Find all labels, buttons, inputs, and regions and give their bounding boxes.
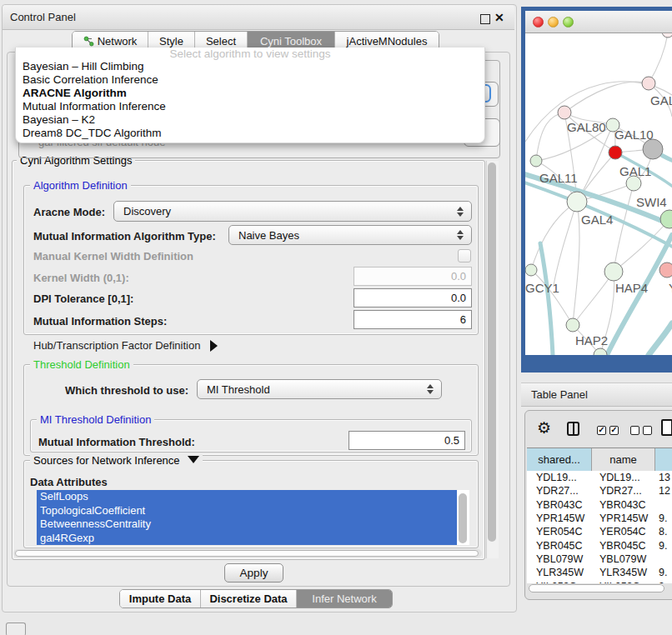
dropdown-item[interactable]: Dream8 DC_TDC Algorithm: [16, 127, 484, 140]
column-header-shared-name[interactable]: shared...: [527, 448, 592, 471]
aracne-mode-select[interactable]: Discovery: [113, 201, 472, 222]
dpi-tolerance-input[interactable]: 0.0: [354, 288, 472, 308]
tab-discretize-data[interactable]: Discretize Data: [201, 590, 297, 608]
close-traffic-light[interactable]: [533, 17, 544, 28]
column-header-name[interactable]: name: [592, 448, 655, 471]
table-row[interactable]: YBR045C YBR045C 9.: [527, 538, 672, 552]
node-gal2[interactable]: [642, 77, 655, 90]
spinner-arrows-icon: [454, 207, 467, 217]
table-row[interactable]: YPR145W YPR145W 9.: [527, 512, 672, 525]
checked-checkbox-icon[interactable]: ✓: [597, 426, 606, 435]
node-swi4[interactable]: [660, 210, 672, 228]
hub-definition-expander[interactable]: Hub/Transcription Factor Definition: [33, 339, 218, 352]
table-row[interactable]: YIL053C YIL053C 9.: [527, 579, 672, 583]
aracne-mode-label: Aracne Mode:: [33, 206, 105, 218]
control-panel-titlebar: [3, 5, 514, 30]
node-pink[interactable]: [659, 262, 672, 278]
list-item[interactable]: SelfLoops: [37, 490, 457, 504]
table-row[interactable]: YLR345W YLR345W 9.: [527, 566, 672, 579]
column-layout-icon[interactable]: [567, 422, 579, 436]
spinner-arrows-icon: [424, 384, 437, 394]
mi-type-value: Naive Bayes: [238, 229, 454, 242]
node-hap4[interactable]: [604, 262, 623, 281]
apply-button[interactable]: Apply: [224, 563, 283, 582]
table-row[interactable]: YDR27... YDR27... 12: [527, 484, 672, 498]
table-header: shared... name: [527, 448, 672, 472]
settings-hscrollbar-thumb[interactable]: [15, 550, 479, 557]
dropdown-item[interactable]: Basic Correlation Inference: [16, 73, 484, 87]
mi-threshold-input[interactable]: 0.5: [349, 431, 465, 450]
node-gray[interactable]: [643, 139, 663, 159]
table-hscrollbar-thumb[interactable]: [529, 584, 664, 592]
manual-kernel-checkbox[interactable]: [458, 249, 471, 262]
which-threshold-select[interactable]: MI Threshold: [197, 379, 442, 399]
tab-infer-network[interactable]: Infer Network: [297, 590, 392, 608]
manual-kernel-label: Manual Kernel Width Definition: [33, 250, 193, 262]
node-gal80[interactable]: [558, 106, 571, 119]
float-icon[interactable]: [480, 14, 490, 24]
node-label: GAL: [650, 93, 672, 108]
mi-type-label: Mutual Information Algorithm Type:: [33, 230, 216, 242]
kernel-width-label: Kernel Width (0,1):: [33, 272, 129, 284]
table-row[interactable]: YDL19... YDL19... 13: [527, 471, 672, 484]
close-icon[interactable]: ✕: [494, 11, 504, 24]
sources-group-title[interactable]: Sources for Network Inference: [30, 454, 203, 467]
table-row[interactable]: YBL079W YBL079W: [527, 552, 672, 566]
network-node-labels: GAL GAL80 GAL10 GAL1 GAL11 GAL4 SWI4 GCY…: [525, 93, 672, 348]
node-label: GAL80: [567, 120, 606, 134]
network-canvas[interactable]: GAL GAL80 GAL10 GAL1 GAL11 GAL4 SWI4 GCY…: [525, 33, 672, 355]
app-root: Control Panel ✕ Network Style Select Cyn…: [0, 0, 672, 635]
tab-impute-data[interactable]: Impute Data: [120, 590, 201, 608]
settings-scrollbar-thumb[interactable]: [488, 162, 496, 542]
table-row[interactable]: YER054C YER054C 8.: [527, 525, 672, 538]
node-label: HAP2: [575, 333, 608, 348]
node-label: GCY1: [525, 281, 559, 295]
node-label: GAL1: [619, 164, 651, 178]
node[interactable]: [662, 33, 672, 38]
dropdown-item[interactable]: Mutual Information Inference: [16, 100, 484, 113]
dropdown-item-selected[interactable]: ARACNE Algorithm: [16, 87, 484, 100]
network-view-window: GAL GAL80 GAL10 GAL1 GAL11 GAL4 SWI4 GCY…: [521, 7, 672, 372]
node-label: GAL11: [539, 171, 578, 185]
table-rows: YDL19... YDL19... 13 YDR27... YDR27... 1…: [527, 471, 672, 583]
node-selected-red[interactable]: [609, 146, 622, 159]
list-item[interactable]: BetweennessCentrality: [37, 518, 457, 532]
column-header-partial[interactable]: [655, 448, 672, 471]
node-hap2[interactable]: [566, 318, 579, 332]
dropdown-item[interactable]: Bayesian – Hill Climbing: [16, 60, 484, 73]
unchecked-checkbox-icon[interactable]: [630, 426, 639, 435]
zoom-traffic-light[interactable]: [563, 17, 574, 28]
node-label: Y: [669, 281, 672, 295]
control-panel-title: Control Panel: [10, 11, 76, 23]
minimized-panel-icon[interactable]: [6, 622, 26, 635]
aracne-mode-value: Discovery: [123, 205, 454, 218]
which-threshold-label: Which threshold to use:: [65, 384, 188, 397]
mi-threshold-label: Mutual Information Threshold:: [38, 436, 195, 448]
list-scrollbar-thumb[interactable]: [459, 493, 467, 543]
data-attributes-label: Data Attributes: [30, 476, 108, 488]
unchecked-checkbox-icon[interactable]: [643, 426, 652, 435]
mi-threshold-group-title: MI Threshold Definition: [37, 413, 154, 426]
expander-right-icon: [210, 340, 218, 352]
node-label: GAL4: [581, 212, 613, 227]
document-icon[interactable]: [661, 419, 672, 436]
table-settings-gear-icon[interactable]: ⚙: [537, 419, 551, 438]
dropdown-item[interactable]: Bayesian – K2: [16, 113, 484, 127]
checked-checkbox-icon[interactable]: ✓: [609, 426, 619, 435]
table-row[interactable]: YBR043C YBR043C: [527, 498, 672, 512]
dropdown-placeholder: Select algorithm to view settings: [16, 48, 484, 60]
mi-steps-label: Mutual Information Steps:: [33, 315, 167, 328]
list-item[interactable]: gal4RGexp: [37, 532, 457, 546]
algorithm-dropdown-overlay: Select algorithm to view settings Bayesi…: [15, 48, 485, 143]
node-gal4[interactable]: [567, 192, 587, 212]
kernel-width-input[interactable]: 0.0: [354, 267, 472, 286]
node-gal11[interactable]: [530, 155, 542, 167]
bottom-tabs: Impute Data Discretize Data Infer Networ…: [119, 589, 393, 608]
mi-steps-input[interactable]: 6: [354, 310, 472, 329]
node-gcy1[interactable]: [525, 264, 537, 276]
list-item[interactable]: TopologicalCoefficient: [37, 504, 457, 518]
algorithm-definition-title: Algorithm Definition: [30, 179, 131, 192]
node-label: HAP4: [615, 281, 648, 295]
minimize-traffic-light[interactable]: [548, 17, 559, 28]
mi-type-select[interactable]: Naive Bayes: [228, 225, 472, 245]
